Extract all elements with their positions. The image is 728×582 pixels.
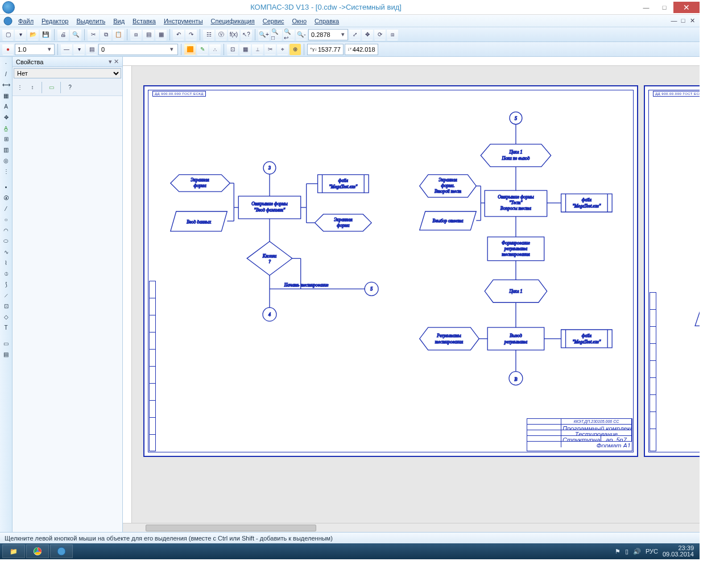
snap-button[interactable]: ⊡ [227, 44, 238, 55]
print-button[interactable]: 🖨 [57, 29, 69, 40]
new-button[interactable]: ▢ [2, 29, 14, 40]
vt-draw2-icon[interactable]: ⦿ [1, 193, 11, 203]
vt-hatch-icon[interactable]: ▦ [1, 90, 11, 101]
zoom-in-button[interactable]: 🔍+ [258, 29, 270, 40]
vt-draw11-icon[interactable]: ⟋ [1, 290, 11, 300]
props-view1-icon[interactable]: ⋮ [15, 82, 25, 92]
trim-button[interactable]: ✂ [264, 44, 276, 55]
style-button[interactable]: ▤ [86, 44, 97, 55]
ortho-button[interactable]: ⟂ [252, 44, 263, 55]
another-button[interactable]: ⧇ [387, 29, 398, 40]
menu-spec[interactable]: Спецификация [208, 16, 258, 26]
horizontal-scrollbar[interactable] [123, 523, 700, 532]
arrow-button[interactable]: ↖? [241, 29, 252, 40]
coord-button[interactable]: ⌖ [277, 44, 288, 55]
grid-button[interactable]: ▦ [155, 29, 167, 40]
tray-net-icon[interactable]: ▯ [625, 548, 628, 555]
vt-draw8-icon[interactable]: ⌇ [1, 257, 11, 268]
maximize-button[interactable]: □ [655, 2, 673, 13]
props-object-select[interactable]: Нет [14, 68, 121, 78]
copy-button[interactable]: ⧉ [100, 29, 111, 40]
vt-param-icon[interactable]: ⊞ [1, 134, 11, 144]
vt-draw14-icon[interactable]: T [1, 322, 11, 332]
taskbar-kompas[interactable] [50, 544, 73, 558]
pan-button[interactable]: ✥ [362, 29, 373, 40]
scale-combo[interactable]: ▾ [15, 44, 55, 55]
vt-group-icon[interactable]: ▭ [1, 338, 11, 348]
props-help2-icon[interactable]: ? [65, 82, 75, 92]
mdi-close-icon[interactable]: ✕ [688, 17, 696, 24]
tray-lang[interactable]: РУС [646, 548, 658, 555]
props-view2-icon[interactable]: ↕ [27, 82, 38, 92]
vt-draw7-icon[interactable]: ∿ [1, 247, 11, 257]
vt-draw4-icon[interactable]: ○ [1, 214, 11, 225]
menu-insert[interactable]: Вставка [129, 16, 159, 26]
refresh-button[interactable]: ⟳ [374, 29, 386, 40]
props-help1-icon[interactable]: ▭ [46, 82, 56, 92]
menu-tools[interactable]: Инструменты [160, 16, 206, 26]
menu-service[interactable]: Сервис [259, 16, 288, 26]
vt-drag-icon[interactable]: ✥ [1, 112, 11, 122]
menu-file[interactable]: Файл [15, 16, 37, 26]
vt-draw9-icon[interactable]: ⦶ [1, 268, 11, 278]
zoom-rect-button[interactable]: 🔍□ [271, 29, 282, 40]
cut-button[interactable]: ✂ [88, 29, 99, 40]
fx-button[interactable]: f(x) [228, 29, 239, 40]
close-button[interactable]: ✕ [673, 2, 700, 13]
vt-tiles-icon[interactable]: ▤ [1, 349, 11, 359]
save-button[interactable]: 💾 [40, 29, 51, 40]
vt-line-icon[interactable]: / [1, 69, 11, 79]
menu-window[interactable]: Окно [288, 16, 310, 26]
props-pin-close[interactable]: ▾ ✕ [109, 58, 119, 65]
open-button[interactable]: 📂 [27, 29, 39, 40]
tray-flag-icon[interactable]: ⚑ [615, 548, 621, 555]
zoom-fit-button[interactable]: ⤢ [349, 29, 361, 40]
stop-button[interactable]: ● [2, 44, 14, 55]
vt-dim-icon[interactable]: ⟷ [1, 80, 11, 90]
props-button[interactable]: ⧈ [130, 29, 142, 40]
vt-point-icon[interactable]: · [1, 58, 11, 68]
grid2-button[interactable]: ▦ [239, 44, 251, 55]
drawing-viewport[interactable]: ДД 900.00.000 ГОСТ ЕСКД 3 Открытие формы… [132, 66, 700, 523]
redo-button[interactable]: ↷ [185, 29, 197, 40]
vt-draw6-icon[interactable]: ⬭ [1, 236, 11, 246]
zoom-combo[interactable]: ▾ [308, 29, 348, 40]
taskbar-explorer[interactable]: 📁 [2, 544, 25, 558]
tray-clock[interactable]: 23:39 09.03.2014 [663, 545, 694, 558]
vt-draw12-icon[interactable]: ⊡ [1, 301, 11, 311]
paste-button[interactable]: 📋 [113, 29, 124, 40]
menu-help[interactable]: Справка [311, 16, 342, 26]
taskbar-chrome[interactable] [26, 544, 49, 558]
vt-spec-icon[interactable]: ⋮ [1, 166, 11, 176]
tray-sound-icon[interactable]: 🔊 [633, 548, 641, 555]
vt-draw1-icon[interactable]: • [1, 182, 11, 192]
vt-circle-icon[interactable]: ◎ [1, 155, 11, 165]
brush-button[interactable]: ✎ [197, 44, 208, 55]
new-dd[interactable]: ▾ [15, 29, 26, 40]
mdi-restore-icon[interactable]: □ [679, 17, 687, 24]
var-button[interactable]: ⓥ [216, 29, 227, 40]
zoom-prev-button[interactable]: 🔍↩ [283, 29, 295, 40]
vt-draw5-icon[interactable]: ◠ [1, 225, 11, 235]
step-dd[interactable]: ▾ [73, 44, 85, 55]
line-style-button[interactable]: — [61, 44, 72, 55]
menu-select[interactable]: Выделить [73, 16, 109, 26]
layers-button[interactable]: ▤ [143, 29, 154, 40]
undo-button[interactable]: ↶ [173, 29, 184, 40]
vt-text-icon[interactable]: A [1, 101, 11, 111]
vt-sheet-icon[interactable]: ▥ [1, 144, 11, 155]
vt-draw13-icon[interactable]: ◇ [1, 311, 11, 322]
minimize-button[interactable]: — [637, 2, 655, 13]
spec-button[interactable]: ☷ [203, 29, 214, 40]
zoom-out-button[interactable]: 🔍- [296, 29, 307, 40]
vt-table-icon[interactable]: A̲ [1, 123, 11, 133]
vt-draw3-icon[interactable]: ∕ [1, 203, 11, 214]
preview-button[interactable]: 🔍 [70, 29, 81, 40]
mdi-minimize-icon[interactable]: — [670, 17, 678, 24]
origin-button[interactable]: ⊕ [289, 44, 301, 55]
points-button[interactable]: ⸫ [209, 44, 221, 55]
color-button[interactable]: 🟧 [184, 44, 196, 55]
menu-view[interactable]: Вид [110, 16, 128, 26]
vt-draw10-icon[interactable]: ⟆ [1, 279, 11, 289]
menu-editor[interactable]: Редактор [38, 16, 72, 26]
